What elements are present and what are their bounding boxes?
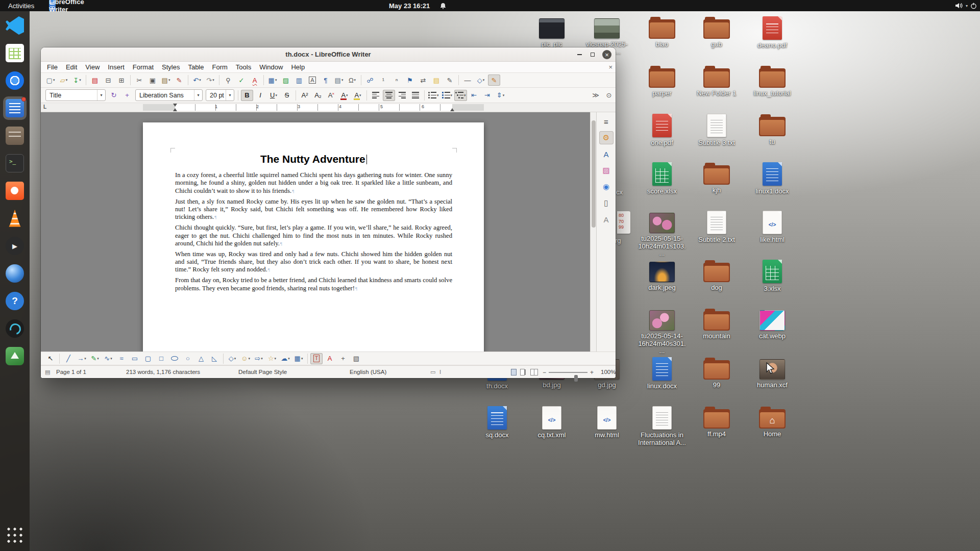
desktop-icon-cq-txt-xml[interactable]: cq.txt.xml xyxy=(526,406,577,439)
desktop-icon-sq-docx[interactable]: sq.docx xyxy=(472,406,523,439)
desktop-icon-99[interactable]: 99 xyxy=(691,357,742,389)
insert-comment-button[interactable]: ▤ xyxy=(430,74,443,86)
menu-styles[interactable]: Styles xyxy=(158,63,184,71)
insert-page-break-button[interactable]: ¶ xyxy=(320,74,332,86)
insert-cross-reference-button[interactable]: ⇄ xyxy=(417,74,429,86)
chevron-down-icon[interactable]: ▾ xyxy=(97,357,99,361)
desktop-icon-new-folder-1[interactable]: New Folder 1 xyxy=(691,65,742,97)
sidebar-deck-style-inspector[interactable]: A xyxy=(599,213,614,226)
power-icon[interactable] xyxy=(970,0,977,11)
menu-format[interactable]: Format xyxy=(129,63,158,71)
status-word-count[interactable]: 213 words, 1,176 characters xyxy=(126,369,200,375)
zoom-track[interactable] xyxy=(549,372,587,373)
chevron-down-icon[interactable]: ▾ xyxy=(84,357,86,361)
chevron-down-icon[interactable]: ▾ xyxy=(451,93,453,97)
dock-libreoffice-calc[interactable] xyxy=(3,41,27,65)
open-file-button[interactable]: ▱▾ xyxy=(58,74,70,86)
clear-direct-formatting-button[interactable]: A× xyxy=(325,90,337,101)
clone-formatting-button[interactable]: ✎ xyxy=(173,74,185,86)
document-paragraph[interactable]: From that day on, Rocky tried to be a be… xyxy=(175,277,452,292)
outline-list-button[interactable]: ▾ xyxy=(454,90,467,101)
desktop-icon-one-pdf[interactable]: one.pdf xyxy=(636,114,688,147)
sidebar-deck-gallery[interactable]: ▨ xyxy=(599,164,614,177)
desktop-icon-cat-webp[interactable]: cat.webp xyxy=(747,308,798,340)
chevron-down-icon[interactable]: ▾ xyxy=(261,357,263,361)
chevron-down-icon[interactable]: ▾ xyxy=(275,93,277,97)
view-single-page-button[interactable] xyxy=(511,369,517,375)
track-changes-button[interactable]: ✎ xyxy=(444,74,456,86)
toolbar-overflow-button[interactable]: ≫ xyxy=(590,90,602,101)
bold-button[interactable]: B xyxy=(241,90,253,101)
chevron-down-icon[interactable]: ▾ xyxy=(66,78,68,82)
dock-vlc[interactable] xyxy=(3,207,27,230)
zoom-slider[interactable]: − + xyxy=(543,366,594,379)
chevron-down-icon[interactable]: ▾ xyxy=(168,78,170,82)
insert-hyperlink-button[interactable]: ☍ xyxy=(364,74,376,86)
chevron-down-icon[interactable]: ▾ xyxy=(483,78,485,82)
align-justify-button[interactable] xyxy=(409,90,422,101)
chevron-down-icon[interactable]: ▾ xyxy=(199,78,201,82)
desktop-icon-dark-jpeg[interactable]: dark.jpeg xyxy=(636,260,688,292)
dock-file-manager[interactable] xyxy=(3,124,27,147)
superscript-button[interactable]: A² xyxy=(299,90,311,101)
sidebar-deck-page[interactable]: ▯ xyxy=(599,196,614,210)
dock-chromium[interactable] xyxy=(3,69,27,92)
align-left-button[interactable] xyxy=(370,90,382,101)
desktop-icon-subtitle-3-txt[interactable]: Subtitle 3.txt xyxy=(691,114,742,147)
zoom-out-icon[interactable]: − xyxy=(543,369,546,376)
chevron-down-icon[interactable]: ▾ xyxy=(288,357,290,361)
select-button[interactable]: ↖ xyxy=(44,353,57,364)
insert-table-button[interactable]: ▦▾ xyxy=(266,74,279,86)
menu-insert[interactable]: Insert xyxy=(104,63,129,71)
document-paragraph[interactable]: When time was up, Rocky was tired and on… xyxy=(175,251,452,274)
new-document-button[interactable]: ▢▾ xyxy=(44,74,57,86)
spelling-button[interactable]: ✓ xyxy=(235,74,248,86)
desktop-icon-gub[interactable]: gub xyxy=(691,16,742,48)
desktop-icon-deano-pdf[interactable]: deano.pdf xyxy=(747,16,798,49)
font-size-combo[interactable]: 20 pt▾ xyxy=(206,89,234,101)
show-draw-functions-button[interactable]: ✎ xyxy=(488,74,500,86)
chevron-down-icon[interactable]: ▾ xyxy=(359,93,361,97)
font-name-combo[interactable]: Liberation Sans▾ xyxy=(135,89,203,101)
chevron-down-icon[interactable]: ▾ xyxy=(194,90,202,101)
desktop-icon-biao[interactable]: biao xyxy=(636,16,688,48)
status-language[interactable]: English (USA) xyxy=(350,369,386,375)
align-right-button[interactable] xyxy=(396,90,408,101)
close-document-button[interactable]: × xyxy=(608,63,612,71)
circle-button[interactable]: ○ xyxy=(182,353,194,364)
basic-shapes-button[interactable]: ◇▾ xyxy=(475,74,487,86)
menu-edit[interactable]: Edit xyxy=(62,63,81,71)
menu-form[interactable]: Form xyxy=(208,63,231,71)
new-style-button[interactable]: + xyxy=(121,90,133,101)
desktop-icon-home[interactable]: ⌂Home xyxy=(747,406,798,438)
paste-button[interactable]: ▤▾ xyxy=(160,74,172,86)
insert-endnote-button[interactable]: ⁿ xyxy=(390,74,403,86)
insert-text-box-button[interactable]: T xyxy=(310,353,323,364)
desktop-icon-like-html[interactable]: like.html xyxy=(747,211,798,244)
desktop-icon-pic-pic[interactable]: pic_pic xyxy=(526,16,577,48)
block-arrows-button[interactable]: ⇨▾ xyxy=(253,353,265,364)
close-button[interactable]: × xyxy=(602,50,611,59)
document-paragraph[interactable]: In a cozy forest, a cheerful little squi… xyxy=(175,171,452,195)
line-color-button[interactable]: ✎▾ xyxy=(89,353,101,364)
insert-footnote-button[interactable]: ¹ xyxy=(377,74,389,86)
right-indent-marker[interactable] xyxy=(450,108,454,111)
document-paragraph[interactable]: Chichi thought quickly. “Sure, but first… xyxy=(175,224,452,247)
dock-vscode[interactable] xyxy=(3,14,27,37)
view-book-button[interactable] xyxy=(530,369,538,375)
status-page-style[interactable]: Default Page Style xyxy=(238,369,287,375)
chevron-down-icon[interactable]: ▾ xyxy=(341,78,344,82)
line-spacing-button[interactable]: ⇕▾ xyxy=(495,90,507,101)
copy-button[interactable]: ▣ xyxy=(146,74,159,86)
occluded-icon-label[interactable]: cx xyxy=(616,188,623,196)
view-multi-page-button[interactable] xyxy=(520,369,525,375)
bell-icon[interactable] xyxy=(440,0,446,11)
minimize-button[interactable] xyxy=(575,50,584,59)
selection-mode-icon[interactable]: I xyxy=(439,369,441,375)
zoom-in-icon[interactable]: + xyxy=(590,369,594,376)
decrease-indent-button[interactable]: ⇤ xyxy=(468,90,480,101)
right-triangle-button[interactable]: ◺ xyxy=(208,353,220,364)
print-preview-button[interactable]: ⊞ xyxy=(115,74,128,86)
chevron-down-icon[interactable]: ▾ xyxy=(53,78,55,82)
dock-libreoffice-impress[interactable] xyxy=(3,179,27,203)
